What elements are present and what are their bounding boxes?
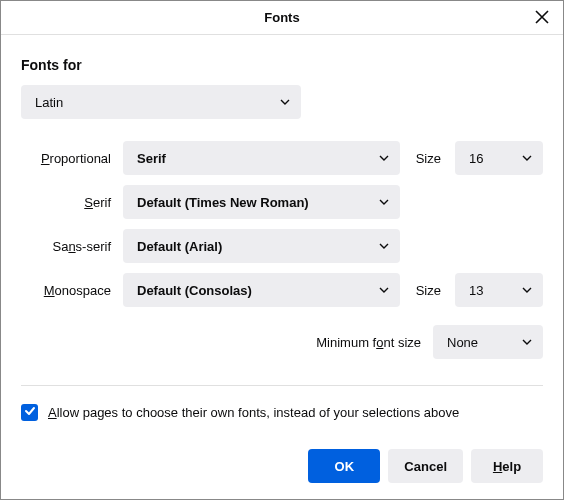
divider — [21, 385, 543, 386]
minimum-font-label: Minimum font size — [316, 335, 421, 350]
chevron-down-icon — [378, 152, 390, 164]
serif-value: Default (Times New Roman) — [137, 195, 378, 210]
language-row: Latin — [21, 85, 543, 119]
proportional-value: Serif — [137, 151, 378, 166]
monospace-size-value: 13 — [469, 283, 521, 298]
close-icon — [535, 10, 549, 27]
proportional-size-label: Size — [412, 151, 443, 166]
language-select[interactable]: Latin — [21, 85, 301, 119]
monospace-value: Default (Consolas) — [137, 283, 378, 298]
cancel-button[interactable]: Cancel — [388, 449, 463, 483]
chevron-down-icon — [378, 240, 390, 252]
monospace-size-label: Size — [412, 283, 443, 298]
chevron-down-icon — [378, 196, 390, 208]
sans-serif-value: Default (Arial) — [137, 239, 378, 254]
monospace-label: Monospace — [21, 283, 111, 298]
serif-select[interactable]: Default (Times New Roman) — [123, 185, 400, 219]
proportional-label: Proportional — [21, 151, 111, 166]
proportional-select[interactable]: Serif — [123, 141, 400, 175]
serif-label: Serif — [21, 195, 111, 210]
chevron-down-icon — [521, 336, 533, 348]
sans-serif-label: Sans-serif — [21, 239, 111, 254]
proportional-size-select[interactable]: 16 — [455, 141, 543, 175]
minimum-font-row: Minimum font size None — [21, 325, 543, 359]
minimum-font-value: None — [447, 335, 521, 350]
chevron-down-icon — [378, 284, 390, 296]
dialog-title: Fonts — [264, 10, 299, 25]
allow-pages-checkbox[interactable] — [21, 404, 38, 421]
minimum-font-select[interactable]: None — [433, 325, 543, 359]
ok-button[interactable]: OK — [308, 449, 380, 483]
close-button[interactable] — [531, 7, 553, 29]
monospace-size-select[interactable]: 13 — [455, 273, 543, 307]
allow-pages-checkbox-row[interactable]: Allow pages to choose their own fonts, i… — [21, 404, 543, 421]
help-button[interactable]: Help — [471, 449, 543, 483]
sans-serif-select[interactable]: Default (Arial) — [123, 229, 400, 263]
dialog-content: Fonts for Latin Proportional Serif Size … — [1, 35, 563, 433]
allow-pages-label: Allow pages to choose their own fonts, i… — [48, 405, 459, 420]
fonts-for-heading: Fonts for — [21, 57, 543, 73]
chevron-down-icon — [521, 284, 533, 296]
language-value: Latin — [35, 95, 279, 110]
chevron-down-icon — [279, 96, 291, 108]
font-grid: Proportional Serif Size 16 Serif Default… — [21, 141, 543, 307]
dialog-buttons: OK Cancel Help — [1, 433, 563, 499]
titlebar: Fonts — [1, 1, 563, 35]
proportional-size-value: 16 — [469, 151, 521, 166]
monospace-select[interactable]: Default (Consolas) — [123, 273, 400, 307]
chevron-down-icon — [521, 152, 533, 164]
check-icon — [24, 405, 36, 420]
